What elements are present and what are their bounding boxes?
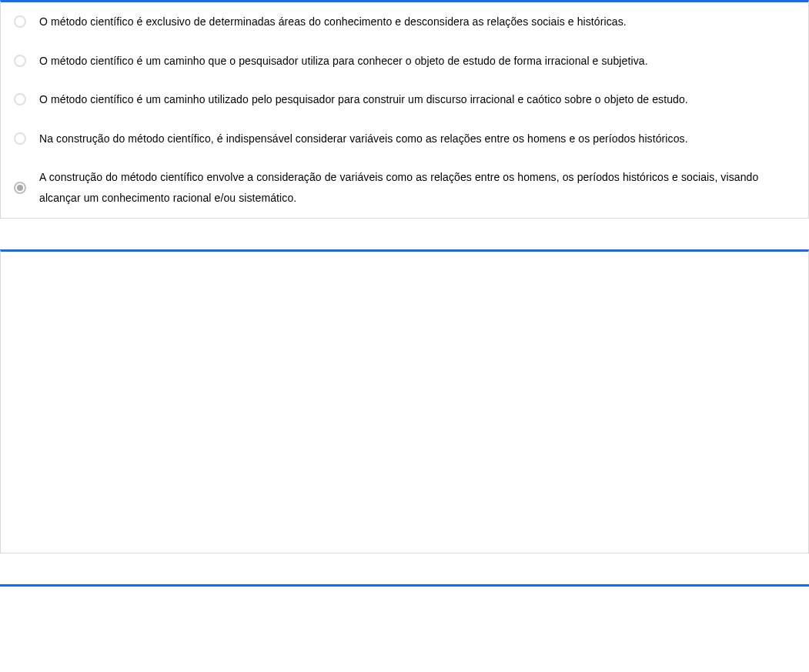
option-row: O método científico é exclusivo de deter…: [1, 2, 808, 42]
radio-option-5[interactable]: [14, 182, 26, 194]
option-text: O método científico é um caminho que o p…: [39, 48, 808, 75]
radio-option-1[interactable]: [14, 15, 26, 28]
radio-cell: [1, 182, 39, 194]
next-panel-top: [0, 584, 809, 596]
options-list: O método científico é exclusivo de deter…: [1, 2, 808, 218]
radio-option-3[interactable]: [14, 93, 26, 105]
radio-cell: [1, 55, 39, 67]
radio-cell: [1, 93, 39, 105]
option-row: A construção do método científico envolv…: [1, 158, 808, 217]
option-text: A construção do método científico envolv…: [39, 164, 808, 211]
radio-cell: [1, 132, 39, 145]
option-row: Na construção do método científico, é in…: [1, 119, 808, 159]
option-text: Na construção do método científico, é in…: [39, 125, 808, 152]
option-row: O método científico é um caminho utiliza…: [1, 80, 808, 119]
option-text: O método científico é um caminho utiliza…: [39, 86, 808, 113]
question-options-panel: O método científico é exclusivo de deter…: [0, 0, 809, 219]
empty-panel: [0, 249, 809, 553]
radio-option-2[interactable]: [14, 55, 26, 67]
option-row: O método científico é um caminho que o p…: [1, 42, 808, 81]
option-text: O método científico é exclusivo de deter…: [39, 8, 808, 35]
radio-cell: [1, 15, 39, 28]
radio-inner-icon: [17, 185, 23, 191]
radio-option-4[interactable]: [14, 132, 26, 145]
